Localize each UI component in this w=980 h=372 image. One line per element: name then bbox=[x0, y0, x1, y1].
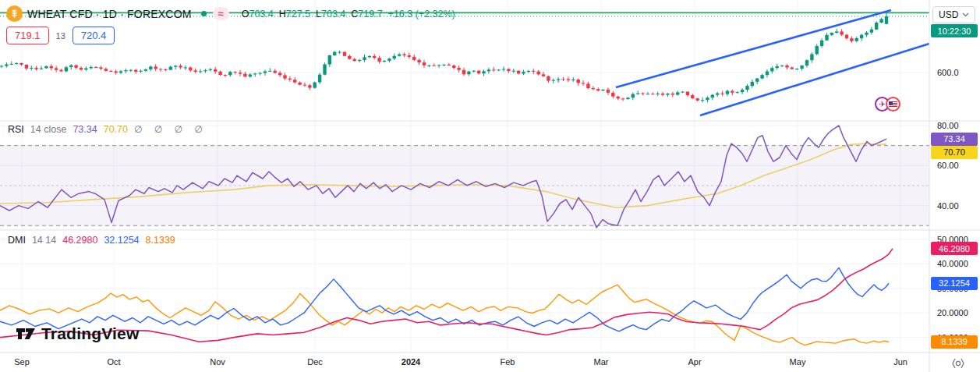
spread-value: 13 bbox=[56, 31, 65, 41]
dmi-plus-di-value: 32.1254 bbox=[104, 235, 139, 246]
rsi-scale-label: 80.00 bbox=[937, 121, 959, 130]
tradingview-logo-text: TradingView bbox=[41, 324, 140, 343]
time-axis-label[interactable]: Nov bbox=[210, 357, 225, 367]
adx-price-badge: 46.2980 bbox=[931, 242, 978, 255]
time-axis-label[interactable]: Sep bbox=[14, 357, 30, 367]
close-value: 719.7 bbox=[358, 9, 382, 19]
open-value: 703.4 bbox=[249, 9, 273, 19]
time-axis-label[interactable]: Oct bbox=[107, 357, 120, 367]
rsi-ma-price-badge: 70.70 bbox=[931, 146, 978, 159]
symbol-legend: WHEAT CFD · 1D · FOREXCOM ≈ O703.4 H727.… bbox=[6, 5, 455, 22]
currency-label: USD bbox=[939, 9, 958, 20]
rsi-empty-values: ∅ ∅ ∅ ∅ bbox=[134, 124, 207, 135]
ohlc-values: O703.4 H727.5 L703.4 C719.7 +16.3 (+2.32… bbox=[242, 9, 455, 19]
sell-button[interactable]: 719.1 bbox=[6, 27, 49, 44]
rsi-scale-label: 60.00 bbox=[937, 161, 959, 170]
dmi-scale-label: 40.0000 bbox=[937, 259, 968, 268]
time-axis-label[interactable]: Jun bbox=[893, 357, 907, 367]
rsi-price-badge: 73.34 bbox=[931, 133, 978, 146]
tradingview-logo[interactable]: TradingView bbox=[16, 324, 140, 343]
rsi-name: RSI bbox=[8, 124, 24, 135]
currency-selector[interactable]: USD bbox=[932, 6, 975, 23]
change-value: +16.3 (+2.32%) bbox=[388, 9, 455, 19]
dmi-legend[interactable]: DMI 14 14 46.2980 32.1254 8.1339 bbox=[8, 235, 175, 246]
rsi-params: 14 close bbox=[30, 124, 67, 135]
time-axis-label[interactable]: 2024 bbox=[402, 357, 420, 367]
time-axis-label[interactable]: Feb bbox=[501, 357, 515, 367]
market-status-dot[interactable] bbox=[201, 11, 207, 16]
timezone-settings-icon[interactable] bbox=[951, 357, 965, 370]
rsi-scale-label: 40.00 bbox=[937, 201, 959, 211]
dmi-adx-value: 46.2980 bbox=[62, 235, 97, 246]
wheat-symbol-icon bbox=[6, 5, 23, 22]
dmi-name: DMI bbox=[8, 235, 26, 246]
time-axis-label[interactable]: Dec bbox=[307, 357, 323, 367]
approximation-badge[interactable]: ≈ bbox=[213, 7, 229, 20]
event-markers[interactable]: ✈ bbox=[875, 97, 900, 112]
tradingview-chart-widget: WHEAT CFD · 1D · FOREXCOM ≈ O703.4 H727.… bbox=[0, 0, 980, 372]
price-scale-label: 600.0 bbox=[937, 68, 959, 77]
time-axis-label[interactable]: May bbox=[790, 357, 806, 367]
us-flag-event-icon[interactable] bbox=[886, 97, 900, 112]
low-value: 703.4 bbox=[321, 9, 345, 19]
symbol-title[interactable]: WHEAT CFD · 1D · FOREXCOM bbox=[27, 8, 192, 20]
rsi-value: 73.34 bbox=[73, 124, 97, 135]
minus-di-price-badge: 8.1339 bbox=[931, 335, 978, 349]
rsi-ma-value: 70.70 bbox=[104, 124, 128, 135]
buy-button[interactable]: 720.4 bbox=[73, 27, 115, 44]
bid-ask-row: 719.1 13 720.4 bbox=[6, 27, 115, 44]
bar-countdown-badge: 10:22:30 bbox=[931, 24, 978, 37]
high-value: 727.5 bbox=[286, 9, 310, 19]
rsi-legend[interactable]: RSI 14 close 73.34 70.70 ∅ ∅ ∅ ∅ bbox=[8, 124, 207, 135]
dmi-scale-label: 20.0000 bbox=[937, 308, 968, 317]
tradingview-mark-icon bbox=[16, 324, 36, 343]
chart-canvas[interactable] bbox=[0, 0, 980, 372]
time-axis-label[interactable]: Apr bbox=[688, 357, 701, 367]
dmi-params: 14 14 bbox=[32, 235, 56, 246]
chevron-down-icon bbox=[962, 12, 969, 17]
plus-di-price-badge: 32.1254 bbox=[931, 277, 978, 290]
time-axis-label[interactable]: Mar bbox=[594, 357, 609, 367]
dmi-minus-di-value: 8.1339 bbox=[146, 235, 175, 246]
